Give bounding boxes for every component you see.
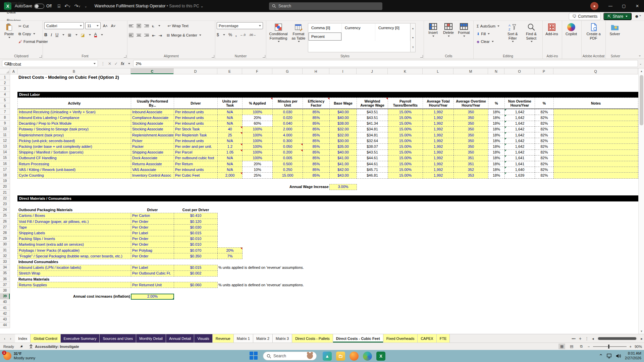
row-header-11[interactable]: 11	[0, 132, 10, 138]
edge-icon[interactable]	[363, 352, 372, 361]
labor-cell[interactable]: 0.030	[272, 109, 303, 115]
labor-cell[interactable]: $32.00	[329, 132, 357, 138]
selected-cell-c39[interactable]: 2.00%	[131, 294, 174, 300]
labor-cell[interactable]: 15.00%	[388, 132, 423, 138]
create-pdf-button[interactable]: Create a PDF	[583, 22, 604, 53]
labor-cell[interactable]: Stocking Associate	[131, 121, 174, 127]
labor-cell[interactable]: 1,992	[423, 126, 454, 132]
material-cell[interactable]: Per Order	[131, 242, 174, 248]
labor-header[interactable]: Usually Performed By...	[131, 98, 174, 109]
labor-cell[interactable]: 18%	[488, 138, 505, 144]
material-cell[interactable]: Marketing Insert (extra add on services)	[17, 242, 131, 248]
sheet-tab-revenue[interactable]: Revenue	[213, 334, 234, 343]
labor-header[interactable]: Weighted Average Wage	[357, 98, 388, 109]
labor-cell[interactable]: 1,642	[504, 109, 535, 115]
labor-cell[interactable]: 4.000	[272, 132, 303, 138]
labor-cell[interactable]: 18%	[488, 149, 505, 156]
clear-button[interactable]: ◈Clear	[476, 38, 503, 45]
labor-cell[interactable]: Per inbound units	[174, 109, 218, 115]
sheet-tab-capex[interactable]: CAPEX	[418, 334, 436, 343]
labor-cell[interactable]: 15.00%	[388, 167, 423, 173]
labor-cell[interactable]: Inbound Associate	[131, 109, 174, 115]
avatar[interactable]: ●	[590, 2, 598, 10]
material-cell[interactable]: Per Polybag	[131, 247, 174, 253]
material-cell[interactable]: Tape	[17, 224, 131, 230]
prev-sheet-icon[interactable]: ‹	[4, 337, 5, 341]
labor-cell[interactable]: N/A	[217, 161, 243, 167]
column-header-M[interactable]: M	[453, 68, 488, 74]
align-center-button[interactable]	[137, 33, 141, 38]
hscroll-left-icon[interactable]: ◂	[592, 337, 594, 341]
row-header-27[interactable]: 27	[0, 224, 10, 230]
labor-cell[interactable]: 15.00%	[388, 149, 423, 156]
labor-cell[interactable]: 2.000	[272, 126, 303, 132]
labor-cell[interactable]: 18%	[488, 167, 505, 173]
material-cell[interactable]: $0.060	[174, 282, 218, 288]
labor-cell[interactable]: 18%	[488, 172, 505, 178]
sheet-title[interactable]: Direct Costs - Modeling on Cubic Feet (O…	[17, 74, 273, 80]
labor-cell[interactable]: 1,992	[423, 115, 454, 121]
labor-cell[interactable]: Packer	[131, 143, 174, 149]
column-header-D[interactable]: D	[174, 68, 217, 74]
labor-cell[interactable]: 0.020	[272, 115, 303, 121]
row-header-30[interactable]: 30	[0, 242, 10, 247]
dialog-launcher-icon[interactable]	[263, 55, 265, 58]
annual-wage-increase-value[interactable]: 3.00%	[329, 184, 357, 190]
labor-cell[interactable]: 100%	[242, 149, 273, 156]
labor-cell[interactable]: $40.00	[329, 149, 357, 156]
labor-cell[interactable]: 82%	[535, 109, 554, 115]
labor-cell[interactable]: 1,992	[423, 161, 454, 167]
labor-cell[interactable]: 0.300	[272, 138, 303, 144]
zoom-slider[interactable]	[593, 346, 627, 347]
bold-button[interactable]: B	[44, 33, 47, 37]
labor-cell[interactable]: 82%	[535, 167, 554, 173]
labor-cell[interactable]: 0.200	[272, 149, 303, 156]
labor-cell[interactable]: 1,641	[504, 155, 535, 161]
labor-cell[interactable]: 15.00%	[388, 143, 423, 149]
labor-cell[interactable]: 85%	[303, 172, 330, 178]
labor-cell[interactable]: 351	[453, 155, 488, 161]
labor-cell[interactable]: 85%	[303, 155, 330, 161]
paste-button[interactable]: Paste	[1, 22, 17, 53]
labor-cell[interactable]: Packing (order base + unit complexity ad…	[17, 143, 131, 149]
enter-icon[interactable]: ✓	[114, 61, 118, 66]
ribbon-tab-formulas[interactable]: Formulas	[3, 0, 34, 8]
labor-cell[interactable]: 352	[453, 167, 488, 173]
labor-cell[interactable]: 85%	[303, 109, 330, 115]
labor-cell[interactable]: VAS Associate	[131, 167, 174, 173]
labor-cell[interactable]: Per inbound units	[174, 167, 218, 173]
labor-cell[interactable]: 1,642	[504, 115, 535, 121]
labor-cell[interactable]: Per Stock Task	[174, 126, 218, 132]
labor-notes-cell[interactable]	[553, 121, 638, 127]
labor-cell[interactable]: 18%	[488, 109, 505, 115]
labor-cell[interactable]: 82%	[535, 161, 554, 167]
dialog-launcher-icon[interactable]	[39, 55, 42, 58]
material-cell[interactable]: Per Order	[131, 253, 174, 259]
align-left-button[interactable]	[129, 33, 133, 38]
labor-cell[interactable]: 1,992	[423, 155, 454, 161]
labor-cell[interactable]: 85%	[303, 149, 330, 156]
labor-cell[interactable]: Inventory Control Assoc	[131, 172, 174, 178]
material-cell[interactable]: Returns Supplies	[17, 282, 131, 288]
share-button[interactable]: ⇱ Share	[603, 13, 632, 20]
page-layout-view-icon[interactable]: ▤	[568, 344, 575, 349]
labor-notes-cell[interactable]	[553, 161, 638, 167]
search-input[interactable]: Search	[269, 2, 382, 10]
labor-cell[interactable]: N/A	[217, 115, 243, 121]
sheet-tab-fte[interactable]: FTE	[437, 334, 450, 343]
material-cell[interactable]: $0.002	[174, 270, 218, 277]
excel-taskbar-icon[interactable]: X	[376, 352, 385, 361]
row-header-40[interactable]: 40	[0, 299, 10, 305]
labor-cell[interactable]: 1,992	[423, 121, 454, 127]
row-header-32[interactable]: 32	[0, 253, 10, 259]
labor-cell[interactable]: Inbound Extra Labeling / Compliance	[17, 115, 131, 121]
row-header-4[interactable]: 4	[0, 92, 10, 98]
labor-cell[interactable]: 20%	[242, 161, 273, 167]
material-cell[interactable]: Per Order	[131, 224, 174, 230]
customize-qat-icon[interactable]: ⌄	[84, 4, 87, 8]
labor-cell[interactable]: 25	[217, 132, 243, 138]
sheet-tab-visuals[interactable]: Visuals	[194, 334, 212, 343]
materials-note[interactable]: % units applied is defined on 'revenue' …	[217, 282, 357, 288]
autosum-button[interactable]: ΣAutoSum	[476, 23, 503, 29]
labor-cell[interactable]: $35.00	[329, 143, 357, 149]
